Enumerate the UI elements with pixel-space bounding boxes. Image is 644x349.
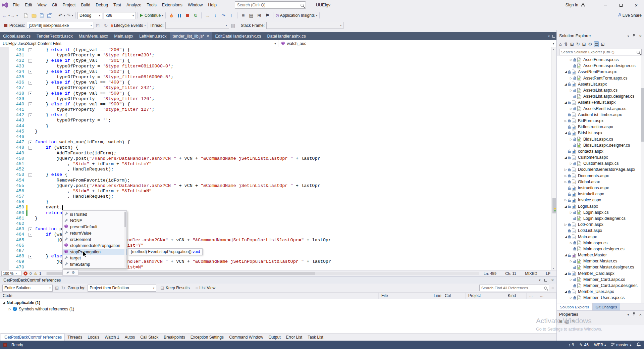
scroll-up-icon[interactable]: ▴ bbox=[553, 48, 554, 51]
tree-expand-icon[interactable]: ▷ bbox=[569, 259, 573, 263]
search-options-icon[interactable]: ≡ bbox=[551, 285, 554, 291]
panel-tab-Git Changes[interactable]: Git Changes bbox=[593, 303, 620, 310]
project-dropdown[interactable]: UUEfgv JavaScript Content Files▾ bbox=[0, 40, 278, 47]
completion-item-stopImmediatePropagation[interactable]: stopImmediatePropagation bbox=[63, 243, 126, 249]
menu-file[interactable]: File bbox=[10, 0, 22, 10]
property-pages-icon[interactable]: ✎ bbox=[572, 319, 575, 324]
tree-item[interactable]: instructions.aspx bbox=[557, 185, 644, 191]
group-by-dropdown[interactable]: Project then Definition▾ bbox=[88, 285, 156, 292]
properties-icon[interactable]: ⚙ bbox=[588, 42, 592, 47]
menu-edit[interactable]: Edit bbox=[22, 0, 35, 10]
tab-TenderRecord.ascx[interactable]: TenderRecord.ascx bbox=[34, 32, 76, 40]
open-file-button[interactable] bbox=[30, 11, 38, 19]
panel-tab-Autos[interactable]: Autos bbox=[122, 334, 138, 341]
tree-collapse-icon[interactable]: ◢ bbox=[564, 83, 568, 86]
completion-item-target[interactable]: target bbox=[63, 255, 126, 261]
preview-selected-icon[interactable]: ▤ bbox=[594, 42, 598, 47]
stack-frame-dropdown[interactable]: ▾ bbox=[266, 22, 343, 29]
panel-tab-Breakpoints[interactable]: Breakpoints bbox=[161, 334, 187, 341]
live-share-button[interactable]: Live Share bbox=[618, 11, 642, 19]
solution-explorer-search[interactable] bbox=[557, 48, 644, 56]
expanded-icon[interactable]: ◢ bbox=[3, 301, 5, 304]
tree-expand-icon[interactable]: ▷ bbox=[569, 296, 573, 299]
fold-marker[interactable]: - bbox=[29, 92, 32, 95]
tree-item[interactable]: LotsList.aspx bbox=[557, 228, 644, 234]
find-in-files-button[interactable]: ≡ bbox=[239, 11, 247, 19]
tab-MainMenu.ascx[interactable]: MainMenu.ascx bbox=[76, 32, 111, 40]
tree-expand-icon[interactable]: ▷ bbox=[564, 180, 568, 184]
quick-search[interactable] bbox=[235, 1, 306, 9]
tree-item[interactable]: ▷Global.asax bbox=[557, 179, 644, 185]
references-panel-header[interactable]: 'GetPostBackControl' references ▾ × bbox=[0, 276, 556, 284]
tree-expand-icon[interactable]: ▷ bbox=[564, 174, 568, 178]
tree-item[interactable]: AuctionList_timber.aspx bbox=[557, 112, 644, 118]
tree-item[interactable]: ◢AssetsRentList.aspx bbox=[557, 99, 644, 105]
application-insights-button[interactable]: ⊙Application Insights▾ bbox=[275, 11, 317, 19]
hot-reload-button[interactable] bbox=[168, 11, 175, 19]
tree-expand-icon[interactable]: ▷ bbox=[569, 58, 573, 61]
completion-item-preventDefault[interactable]: preventDefault bbox=[63, 224, 126, 230]
minimize-button[interactable] bbox=[598, 0, 613, 10]
completion-item-srcElement[interactable]: srcElement bbox=[63, 236, 126, 243]
tree-collapse-icon[interactable]: ◢ bbox=[564, 205, 568, 208]
close-icon[interactable]: × bbox=[207, 34, 209, 38]
tree-expand-icon[interactable]: ▷ bbox=[564, 223, 568, 226]
refresh-icon[interactable]: ↻ bbox=[576, 42, 580, 47]
alphabetical-icon[interactable]: ▤ bbox=[565, 319, 569, 324]
scrollbar-thumb[interactable] bbox=[47, 272, 315, 275]
process-snapshot-button[interactable]: ⊡ bbox=[94, 21, 102, 30]
step-over-button[interactable]: ↷ bbox=[220, 11, 227, 19]
tree-expand-icon[interactable]: ▷ bbox=[564, 198, 568, 202]
tree-item[interactable]: ◢Customers.aspx bbox=[557, 154, 644, 160]
intellisense-filter-bar[interactable]: ⚙ bbox=[62, 269, 78, 276]
tree-item[interactable]: ▷DocumentGeneratorPage.aspx bbox=[557, 166, 644, 172]
tab-Global.asax.cs[interactable]: Global.asax.cs bbox=[0, 32, 34, 40]
warning-icon[interactable]: ⚠ bbox=[34, 271, 37, 276]
tree-item[interactable]: ▷Customers.aspx.cs bbox=[557, 160, 644, 166]
maximize-button[interactable] bbox=[613, 0, 629, 10]
tree-item[interactable]: ▷Main.aspx.cs bbox=[557, 240, 644, 246]
list-view-toggle[interactable]: ≡List View bbox=[194, 285, 217, 291]
stop-debugging-button[interactable] bbox=[184, 11, 191, 19]
tree-item[interactable]: BidsList.aspx.designer.cs bbox=[557, 142, 644, 148]
fold-marker[interactable]: - bbox=[29, 141, 32, 144]
thread-dropdown[interactable]: ▾ bbox=[165, 22, 229, 29]
tree-item[interactable]: ▷Member_User.aspx.cs bbox=[557, 295, 644, 301]
platform-dropdown[interactable]: x86▾ bbox=[104, 12, 136, 19]
tree-item[interactable]: ▷BidsList.aspx.cs bbox=[557, 136, 644, 142]
save-all-button[interactable] bbox=[46, 11, 54, 19]
scroll-down-icon[interactable]: ▾ bbox=[553, 267, 554, 270]
tree-item[interactable]: Login.aspx.designer.cs bbox=[557, 215, 644, 221]
tree-expand-icon[interactable]: ▷ bbox=[569, 241, 573, 245]
gear-icon[interactable]: ⚙ bbox=[72, 270, 75, 275]
completion-item-stopPropagation[interactable]: stopPropagation bbox=[63, 249, 126, 255]
menu-project[interactable]: Project bbox=[60, 0, 78, 10]
tab-EditDataHandler.ashx.cs[interactable]: EditDataHandler.ashx.cs bbox=[212, 32, 264, 40]
panel-tab-Task List[interactable]: Task List bbox=[305, 334, 326, 341]
solution-search-input[interactable] bbox=[561, 50, 637, 54]
tree-item[interactable]: ◢Member_Card.aspx bbox=[557, 270, 644, 277]
step-into-button[interactable]: ↓ bbox=[212, 11, 219, 19]
tab-LeftMenu.ascx[interactable]: LeftMenu.ascx bbox=[136, 32, 169, 40]
zoom-dropdown[interactable]: 100 %▾ bbox=[1, 271, 21, 276]
fold-marker[interactable]: - bbox=[29, 228, 32, 231]
fold-marker[interactable]: - bbox=[29, 102, 32, 106]
fold-marker[interactable]: - bbox=[29, 70, 32, 73]
menu-test[interactable]: Test bbox=[111, 0, 124, 10]
save-button[interactable] bbox=[38, 11, 46, 19]
panel-tab-Exception Settings[interactable]: Exception Settings bbox=[188, 334, 226, 341]
tree-expand-icon[interactable]: ▷ bbox=[569, 89, 573, 92]
continue-button[interactable]: Continue▾ bbox=[140, 11, 163, 19]
menu-build[interactable]: Build bbox=[78, 0, 93, 10]
tree-item[interactable]: ▷Documents.aspx bbox=[557, 173, 644, 179]
break-all-button[interactable] bbox=[176, 11, 183, 19]
tree-item[interactable]: contacts.aspx bbox=[557, 148, 644, 154]
editor-horizontal-scrollbar[interactable] bbox=[46, 272, 479, 275]
tree-expand-icon[interactable]: ▷ bbox=[564, 119, 568, 122]
tree-item[interactable]: instrukcii.aspx bbox=[557, 191, 644, 197]
home-icon[interactable]: ⌂ bbox=[559, 42, 562, 47]
panel-tab-Command Window[interactable]: Command Window bbox=[226, 334, 266, 341]
tree-item[interactable]: ▷Member.Master.cs bbox=[557, 258, 644, 264]
menu-extensions[interactable]: Extensions bbox=[159, 0, 185, 10]
tree-item[interactable]: Member.Master.designer.cs bbox=[557, 264, 644, 270]
